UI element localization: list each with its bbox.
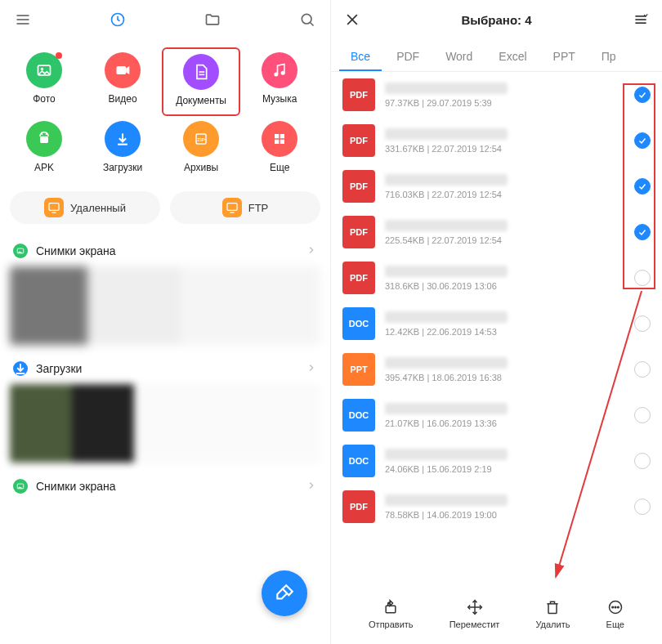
category-label: Загрузки <box>103 162 142 173</box>
file-row[interactable]: PPT 395.47KB | 18.06.2019 16:38 <box>331 347 662 392</box>
action-delete[interactable]: Удалить <box>535 598 570 629</box>
category-more[interactable]: Еще <box>240 116 319 181</box>
action-more[interactable]: Еще <box>606 598 624 629</box>
category-music[interactable]: Музыка <box>240 47 319 116</box>
svg-rect-21 <box>275 134 279 138</box>
select-all-icon[interactable] <box>631 10 651 29</box>
file-info: 716.03KB | 22.07.2019 12:54 <box>385 174 634 199</box>
photo-icon <box>26 52 62 88</box>
file-type-badge: PDF <box>342 216 375 248</box>
zip-icon: ZIP <box>183 121 219 157</box>
select-checkbox[interactable] <box>634 453 651 469</box>
file-name-blurred <box>385 311 508 323</box>
chevron-right-icon <box>306 244 317 258</box>
svg-rect-23 <box>275 140 279 144</box>
svg-rect-14 <box>40 136 48 143</box>
tab-pdf[interactable]: PDF <box>385 50 431 71</box>
file-row[interactable]: PDF 97.37KB | 29.07.2019 5:39 <box>331 72 662 118</box>
grid-icon <box>262 121 297 157</box>
select-checkbox[interactable] <box>634 407 651 423</box>
section-screenshots2[interactable]: Снимки экрана <box>0 471 330 502</box>
category-label: APK <box>34 162 54 173</box>
search-icon[interactable] <box>297 10 317 29</box>
select-checkbox[interactable] <box>634 87 651 103</box>
category-docs[interactable]: Документы <box>162 47 240 116</box>
file-row[interactable]: PDF 225.54KB | 22.07.2019 12:54 <box>331 209 662 255</box>
tab-all[interactable]: Все <box>339 50 382 71</box>
file-meta: 331.67KB | 22.07.2019 12:54 <box>385 144 634 154</box>
select-checkbox[interactable] <box>634 315 651 332</box>
file-meta: 716.03KB | 22.07.2019 12:54 <box>385 190 634 199</box>
svg-point-44 <box>617 606 619 608</box>
close-icon[interactable] <box>342 10 362 29</box>
select-checkbox[interactable] <box>634 224 651 240</box>
doc-icon <box>183 54 219 90</box>
file-info: 21.07KB | 16.06.2019 13:36 <box>385 403 634 428</box>
select-checkbox[interactable] <box>634 499 651 515</box>
section-label: Загрузки <box>36 362 82 375</box>
tab-other[interactable]: Пр <box>590 50 628 71</box>
pill-label: Удаленный <box>70 202 126 214</box>
tab-word[interactable]: Word <box>434 50 484 71</box>
svg-rect-38 <box>386 606 396 612</box>
file-row[interactable]: DOC 12.42KB | 22.06.2019 14:53 <box>331 301 662 347</box>
thumbnail-strip <box>10 266 320 345</box>
file-info: 225.54KB | 22.07.2019 12:54 <box>385 220 634 245</box>
pill-ftp[interactable]: FTP <box>170 191 320 224</box>
music-icon <box>262 52 297 88</box>
section-screenshots1[interactable]: Снимки экрана <box>0 235 330 266</box>
file-row[interactable]: DOC 24.06KB | 15.06.2019 2:19 <box>331 438 662 484</box>
file-row[interactable]: PDF 318.6KB | 30.06.2019 13:06 <box>331 255 662 301</box>
category-label: Еще <box>270 162 289 173</box>
file-row[interactable]: DOC 21.07KB | 16.06.2019 13:36 <box>331 392 662 438</box>
svg-rect-24 <box>280 140 284 144</box>
tab-ppt[interactable]: PPT <box>542 50 587 71</box>
select-checkbox[interactable] <box>634 132 651 149</box>
select-checkbox[interactable] <box>634 361 651 378</box>
file-row[interactable]: PDF 331.67KB | 22.07.2019 12:54 <box>331 118 662 163</box>
image-icon <box>13 244 28 258</box>
file-name-blurred <box>385 449 508 460</box>
svg-point-43 <box>615 606 616 608</box>
file-type-badge: PDF <box>342 262 375 294</box>
action-label: Удалить <box>535 619 570 629</box>
file-type-badge: DOC <box>342 399 375 432</box>
category-label: Документы <box>176 95 226 106</box>
chevron-right-icon <box>306 480 317 494</box>
thumbnail-strip <box>10 384 320 463</box>
pill-row: УдаленныйFTP <box>0 186 330 235</box>
folder-icon[interactable] <box>203 10 222 29</box>
select-checkbox[interactable] <box>634 178 651 195</box>
file-meta: 97.37KB | 29.07.2019 5:39 <box>385 98 634 108</box>
file-meta: 24.06KB | 15.06.2019 2:19 <box>385 464 634 474</box>
category-downloads[interactable]: Загрузки <box>83 116 162 181</box>
file-info: 78.58KB | 14.06.2019 19:00 <box>385 494 634 520</box>
action-send[interactable]: Отправить <box>369 598 414 629</box>
file-type-badge: PDF <box>342 78 375 111</box>
recent-icon[interactable] <box>108 10 127 29</box>
svg-rect-25 <box>49 203 59 211</box>
file-info: 97.37KB | 29.07.2019 5:39 <box>385 83 634 108</box>
tab-excel[interactable]: Excel <box>487 50 538 71</box>
file-name-blurred <box>385 128 508 140</box>
file-list[interactable]: PDF 97.37KB | 29.07.2019 5:39 PDF 331.67… <box>331 72 662 530</box>
pill-remote[interactable]: Удаленный <box>10 191 160 224</box>
svg-marker-9 <box>126 66 129 74</box>
select-checkbox[interactable] <box>634 270 651 286</box>
category-video[interactable]: Видео <box>83 47 162 116</box>
file-row[interactable]: PDF 716.03KB | 22.07.2019 12:54 <box>331 163 662 209</box>
category-photo[interactable]: Фото <box>5 47 83 116</box>
file-row[interactable]: PDF 78.58KB | 14.06.2019 19:00 <box>331 484 662 530</box>
screen-icon <box>222 198 242 217</box>
category-archives[interactable]: ZIPАрхивы <box>162 116 240 181</box>
video-icon <box>105 52 141 88</box>
action-move[interactable]: Переместит <box>450 598 500 629</box>
menu-icon[interactable] <box>13 10 33 29</box>
clean-fab[interactable] <box>262 570 307 616</box>
category-apk[interactable]: APK <box>5 116 83 181</box>
section-downloads[interactable]: Загрузки <box>0 353 330 384</box>
share-icon <box>382 598 400 616</box>
download-icon <box>13 361 28 376</box>
left-pane: ФотоВидеоДокументыМузыкаAPKЗагрузкиZIPАр… <box>0 0 331 644</box>
chevron-right-icon <box>306 362 317 376</box>
